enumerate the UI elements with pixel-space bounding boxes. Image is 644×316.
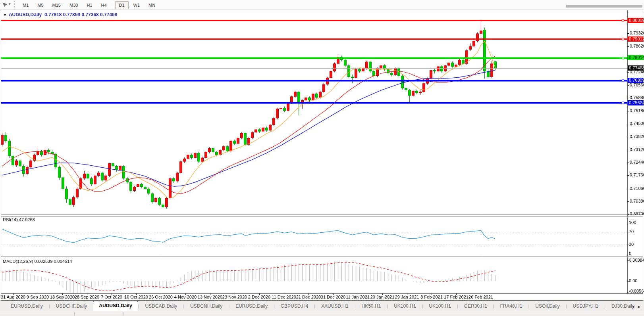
tab-USDCHF-Daily[interactable]: USDCHF,Daily [50,302,93,311]
date-tick-label: 23 Nov 2020 [222,295,247,299]
tab-GER30-H1[interactable]: GER30,H1 [458,302,493,311]
tf-button-M15[interactable]: M15 [48,1,65,9]
date-tick-label: 7 Oct 2020 [101,295,122,299]
date-tick-label: 8 Feb 2021 [420,295,443,299]
tab-USDCNH-Daily[interactable]: USDCNH,Daily [184,302,228,311]
date-tick-label: 26 Oct 2020 [149,295,173,299]
rsi-label: RSI(14) 47.9268 [3,217,35,222]
macd-scale-label: -0.005651 [629,289,644,293]
rsi-scale-label: 0 [629,251,631,256]
date-tick-label: 20 Jan 2021 [370,295,395,299]
price-tick-label: 0.71060 [630,186,644,191]
price-line-label: 0.78014 [628,55,644,60]
macd-scale-label: 0.00 [629,278,637,283]
tab-FRA40-H1[interactable]: FRA40,H1 [494,302,528,311]
tab-scroll-arrows: ◄► [630,305,642,309]
tab-UK100-H1[interactable]: UK100,H1 [423,302,457,311]
macd-label: MACD(12,26,9) 0.002539 0.004514 [3,259,72,264]
date-tick-label: 17 Feb 2021 [444,295,469,299]
price-tick-label: 0.73820 [630,134,644,139]
macd-scale-label: 0.00884 [629,258,644,262]
price-line-label: 0.79012 [628,36,644,42]
price-tick-label: 0.79320 [630,31,644,35]
tab-XAUUSD-H1[interactable]: XAUUSD,H1 [315,302,355,311]
tf-button-D1[interactable]: D1 [115,1,129,9]
price-tick-label: 0.71760 [630,172,644,177]
symbol-label: AUDUSD,Daily [9,12,42,17]
toolbar-separator [113,2,113,8]
status-bar [0,311,644,316]
rsi-scale-label: 70 [629,229,634,234]
date-tick-label: 31 Aug 2020 [1,295,25,299]
date-tick-label: 4 Nov 2020 [174,295,197,299]
price-tick-label: 0.72440 [630,160,644,165]
tf-button-M1[interactable]: M1 [19,1,33,9]
toolbar-grip [14,1,15,8]
date-tick-label: 16 Oct 2020 [124,295,148,299]
tf-button-W1[interactable]: W1 [129,1,144,9]
price-tick-label: 0.69700 [630,211,644,216]
date-tick-label: 2 Dec 2020 [248,295,270,299]
date-tick-label: 31 Dec 2020 [321,295,345,299]
price-tick-label: 0.73120 [630,147,644,152]
current-price-label: 0.77468 [628,65,644,71]
chart-scrollbar-thumb[interactable] [566,5,642,8]
tab-USOil-Daily[interactable]: USOil,Daily [529,302,565,311]
ohlc-readout: 0.77818 0.77859 0.77368 0.77468 [44,12,118,17]
tf-button-M30[interactable]: M30 [66,1,82,9]
chart-title: ▼AUDUSD,Daily 0.77818 0.77859 0.77368 0.… [3,12,117,17]
tab-AUDUSD-Daily[interactable]: AUDUSD,Daily [93,301,138,311]
tf-button-H1[interactable]: H1 [83,1,96,9]
date-tick-label: 11 Dec 2020 [272,295,296,299]
tab-USDCAD-Daily[interactable]: USDCAD,Daily [139,302,183,311]
price-tick-label: 0.76560 [630,82,644,87]
rsi-scale-label: 100 [629,220,636,225]
date-tick-label: 28 Sep 2020 [75,295,99,299]
dropdown-caret-icon[interactable]: ▾ [9,2,11,6]
tab-UK100-H1[interactable]: UK100,H1 [388,302,422,311]
tab-HK50-H1[interactable]: HK50,H1 [356,302,387,311]
tab-USDJPY-H1[interactable]: USDJPY,H1 [567,302,604,311]
price-tick-label: 0.74500 [630,121,644,126]
crosshair-tool-icon[interactable] [2,2,8,8]
chart-tab-bar: EURUSD,Daily|USDCHF,DailyAUDUSD,Daily|US… [0,301,644,311]
rsi-scale-label: 30 [629,242,634,247]
price-tick-label: 0.78620 [630,44,644,48]
status-separator [74,312,75,316]
symbol-dropdown-icon[interactable]: ▼ [3,13,7,17]
status-separator [123,312,123,316]
price-tick-label: 0.70380 [630,199,644,203]
price-tick-label: 0.75180 [630,108,644,113]
date-tick-label: 13 Nov 2020 [198,295,222,299]
mt4-window: ▾ M1M5M15M30H1H4D1W1MN ▼AUDUSD,Daily 0.7… [0,0,644,316]
chart-canvas[interactable] [0,10,644,301]
price-line-label: 0.76809 [628,78,644,83]
tab-EURUSD-Daily[interactable]: EURUSD,Daily [229,302,274,311]
price-line-label: 0.80009 [628,18,644,23]
tf-button-MN[interactable]: MN [145,1,159,9]
timeframe-toolbar: M1M5M15M30H1H4D1W1MN [18,0,160,10]
date-tick-label: 21 Dec 2020 [296,295,321,299]
tab-GBPUSD-H4[interactable]: GBPUSD,H4 [275,302,314,311]
chart-window: ▼AUDUSD,Daily 0.77818 0.77859 0.77368 0.… [0,10,644,301]
tab-EURUSD-Daily[interactable]: EURUSD,Daily [5,302,49,311]
tf-button-M5[interactable]: M5 [33,1,47,9]
tf-button-H4[interactable]: H4 [97,1,110,9]
date-tick-label: 29 Jan 2021 [395,295,419,299]
date-tick-label: 11 Jan 2021 [346,295,370,299]
tab-scroll-right-icon[interactable]: ► [636,305,642,309]
date-tick-label: 26 Feb 2021 [469,295,493,299]
date-tick-label: 9 Sep 2020 [27,295,49,299]
tab-scroll-left-icon[interactable]: ◄ [630,305,636,309]
price-tick-label: 0.75880 [630,95,644,100]
toolbar: ▾ M1M5M15M30H1H4D1W1MN [0,0,644,10]
date-tick-label: 18 Sep 2020 [50,295,75,299]
price-line-label: 0.75624 [628,100,644,105]
